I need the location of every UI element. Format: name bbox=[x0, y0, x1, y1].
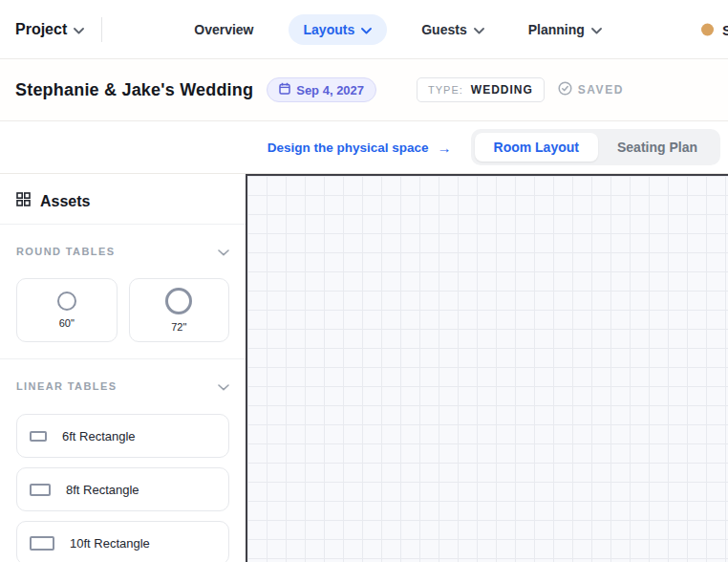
event-type-key: TYPE: bbox=[428, 84, 463, 96]
segment-seating-plan[interactable]: Seating Plan bbox=[598, 133, 717, 162]
round-tables-list: 60" 72" bbox=[0, 266, 246, 342]
tab-overview-label: Overview bbox=[194, 22, 253, 37]
section-linear-tables[interactable]: LINEAR TABLES bbox=[0, 359, 246, 400]
project-menu-label: Project bbox=[15, 21, 67, 38]
tab-overview[interactable]: Overview bbox=[184, 14, 263, 45]
segment-room-layout[interactable]: Room Layout bbox=[475, 133, 598, 162]
view-segmented-control: Room Layout Seating Plan bbox=[471, 129, 720, 165]
round-table-72-icon bbox=[165, 288, 192, 314]
round-table-60-label: 60" bbox=[59, 317, 75, 329]
assets-header: Assets bbox=[0, 174, 246, 225]
check-circle-icon bbox=[558, 81, 572, 98]
asset-round-table-72[interactable]: 72" bbox=[129, 278, 230, 342]
chevron-down-icon bbox=[591, 22, 602, 37]
tab-guests[interactable]: Guests bbox=[412, 14, 493, 45]
layout-toolbar: Design the physical space → Room Layout … bbox=[0, 121, 728, 174]
rectangle-table-icon bbox=[30, 484, 51, 496]
linear-table-8ft-label: 8ft Rectangle bbox=[66, 483, 139, 497]
tab-guests-label: Guests bbox=[421, 22, 466, 37]
nav-tabs: Overview Layouts Guests Planning bbox=[184, 14, 611, 45]
saved-status-label: SAVED bbox=[578, 83, 624, 97]
segment-seating-plan-label: Seating Plan bbox=[617, 140, 697, 155]
asset-10ft-rectangle[interactable]: 10ft Rectangle bbox=[16, 521, 229, 562]
asset-8ft-rectangle[interactable]: 8ft Rectangle bbox=[16, 467, 229, 511]
linear-tables-list: 6ft Rectangle 8ft Rectangle 10ft Rectang… bbox=[0, 400, 246, 562]
design-space-link-label: Design the physical space bbox=[268, 140, 429, 155]
section-round-tables[interactable]: ROUND TABLES bbox=[0, 225, 246, 266]
round-table-72-label: 72" bbox=[171, 321, 186, 333]
tab-layouts[interactable]: Layouts bbox=[289, 14, 388, 45]
grid-2x2-icon bbox=[16, 192, 31, 210]
tab-planning-label: Planning bbox=[528, 22, 585, 37]
main-content: Assets ROUND TABLES 60" 72" LINEAR TABLE… bbox=[0, 174, 728, 562]
top-navbar: Project Overview Layouts Guests Planning bbox=[0, 0, 728, 59]
assets-sidebar: Assets ROUND TABLES 60" 72" LINEAR TABLE… bbox=[0, 174, 246, 562]
linear-table-6ft-label: 6ft Rectangle bbox=[62, 429, 136, 443]
asset-round-table-60[interactable]: 60" bbox=[16, 278, 118, 342]
asset-6ft-rectangle[interactable]: 6ft Rectangle bbox=[16, 414, 229, 458]
room-layout-canvas[interactable] bbox=[246, 174, 728, 562]
tab-layouts-label: Layouts bbox=[304, 22, 355, 37]
arrow-right-icon: → bbox=[438, 140, 452, 156]
chevron-down-icon bbox=[474, 22, 484, 37]
status-dot-icon bbox=[701, 23, 714, 35]
rectangle-table-icon bbox=[30, 431, 47, 442]
tab-planning[interactable]: Planning bbox=[519, 14, 611, 45]
section-linear-tables-label: LINEAR TABLES bbox=[16, 380, 117, 392]
assets-title: Assets bbox=[40, 193, 90, 210]
page-title: Stephanie & Jake's Wedding bbox=[15, 80, 253, 100]
project-header: Stephanie & Jake's Wedding Sep 4, 2027 T… bbox=[0, 59, 728, 121]
section-round-tables-label: ROUND TABLES bbox=[16, 246, 115, 257]
chevron-down-icon bbox=[218, 243, 229, 260]
linear-table-10ft-label: 10ft Rectangle bbox=[70, 536, 150, 551]
event-date-label: Sep 4, 2027 bbox=[296, 83, 364, 97]
event-type-box: TYPE: WEDDING bbox=[417, 77, 545, 102]
chevron-down-icon bbox=[218, 378, 229, 395]
chevron-down-icon bbox=[74, 21, 84, 38]
chevron-down-icon bbox=[361, 22, 372, 37]
calendar-icon bbox=[279, 82, 290, 97]
rectangle-table-icon bbox=[30, 536, 54, 551]
design-space-link[interactable]: Design the physical space → bbox=[268, 140, 452, 156]
saved-status: SAVED bbox=[558, 81, 624, 98]
round-table-60-icon bbox=[57, 292, 76, 311]
navbar-right-partial-label: S bbox=[722, 21, 728, 37]
segment-room-layout-label: Room Layout bbox=[494, 140, 579, 155]
project-menu[interactable]: Project bbox=[15, 21, 84, 38]
navbar-right-status[interactable]: S bbox=[701, 21, 728, 37]
event-date-badge[interactable]: Sep 4, 2027 bbox=[267, 77, 376, 102]
navbar-divider bbox=[101, 17, 102, 42]
event-type-value: WEDDING bbox=[471, 83, 533, 97]
